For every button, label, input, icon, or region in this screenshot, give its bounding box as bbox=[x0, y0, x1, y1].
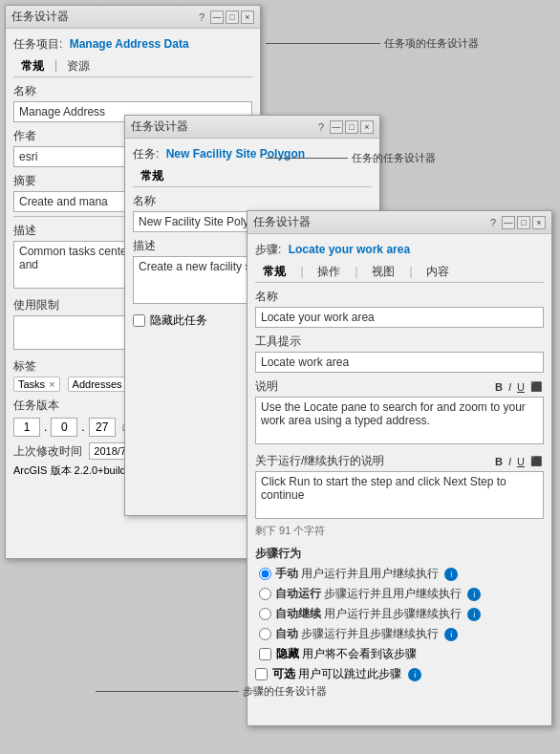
info-icon-auto[interactable]: i bbox=[444, 628, 458, 641]
radio-autocontinue-row: 自动继续 用户运行并且步骤继续执行 i bbox=[255, 606, 544, 622]
underline-btn-instructions[interactable]: U bbox=[515, 381, 527, 393]
optional-step-row-w3: 可选 用户可以跳过此步骤 i bbox=[255, 666, 544, 682]
annotation-line-w3 bbox=[96, 691, 239, 692]
optional-step-checkbox-w3[interactable] bbox=[255, 668, 268, 680]
window2-tabs: 常规 bbox=[133, 166, 372, 187]
version-patch[interactable]: 27 bbox=[89, 418, 116, 437]
radio-manual-row: 手动 用户运行并且用户继续执行 i bbox=[255, 566, 544, 582]
window1-titlebar: 任务设计器 ? — □ × bbox=[6, 6, 260, 29]
radio-autorun-row: 自动运行 步骤运行并且用户继续执行 i bbox=[255, 586, 544, 602]
version-major[interactable]: 1 bbox=[13, 418, 40, 437]
window1-task-item-label: 任务项目: Manage Address Data bbox=[13, 36, 252, 53]
optional-step-label-w3: 可选 用户可以跳过此步骤 bbox=[272, 666, 401, 682]
version-minor[interactable]: 0 bbox=[51, 418, 77, 437]
instructions-toolbar-w3: B I U ⬛ bbox=[493, 381, 544, 393]
window2-help-icon[interactable]: ? bbox=[318, 121, 324, 133]
tag-addresses-label: Addresses bbox=[73, 378, 122, 390]
window2-titlebar: 任务设计器 ? — □ × bbox=[125, 116, 379, 139]
hide-step-checkbox-w3[interactable] bbox=[259, 648, 271, 660]
link-btn-run[interactable]: ⬛ bbox=[528, 456, 544, 466]
task-item-key: 任务项目: bbox=[13, 37, 62, 51]
name-input-w3[interactable] bbox=[255, 307, 544, 328]
window3-close-btn[interactable]: × bbox=[532, 216, 546, 229]
task-key-w2: 任务: bbox=[133, 147, 159, 161]
radio-autorun-label: 自动运行 步骤运行并且用户继续执行 bbox=[275, 586, 462, 602]
step-designer-window: 任务设计器 ? — □ × 步骤: Locate your work area … bbox=[247, 210, 552, 726]
hide-step-label-w3: 隐藏 用户将不会看到该步骤 bbox=[276, 646, 417, 662]
window2-controls: ? — □ × bbox=[318, 120, 374, 134]
step-behavior-label-w3: 步骤行为 bbox=[255, 546, 544, 562]
modified-label-w1: 上次修改时间 bbox=[13, 444, 82, 458]
window1-maximize-btn[interactable]: □ bbox=[226, 11, 239, 24]
name-label-w3: 名称 bbox=[255, 289, 544, 305]
info-icon-autocontinue[interactable]: i bbox=[467, 608, 481, 621]
window3-minimize-btn[interactable]: — bbox=[502, 216, 515, 229]
radio-autocontinue[interactable] bbox=[259, 608, 271, 620]
tooltip-label-w3: 工具提示 bbox=[255, 334, 544, 350]
annotation-line-w2 bbox=[266, 158, 348, 159]
instructions-label-w3: 说明 bbox=[255, 378, 278, 395]
tab-content-w3[interactable]: 内容 bbox=[419, 262, 458, 282]
window3-maximize-btn[interactable]: □ bbox=[517, 216, 530, 229]
run-instructions-label-w3: 关于运行/继续执行的说明 bbox=[255, 453, 384, 469]
tag-tasks-label: Tasks bbox=[18, 378, 45, 390]
window3-title: 任务设计器 bbox=[253, 214, 311, 230]
italic-btn-run[interactable]: I bbox=[506, 456, 513, 467]
hide-task-checkbox-w2[interactable] bbox=[133, 314, 145, 327]
tag-tasks[interactable]: Tasks × bbox=[13, 377, 60, 392]
window1-controls: ? — □ × bbox=[199, 11, 254, 24]
window1-tabs: 常规 | 资源 bbox=[13, 56, 252, 77]
tag-tasks-remove[interactable]: × bbox=[49, 378, 54, 390]
window3-help-icon[interactable]: ? bbox=[490, 217, 496, 228]
annotation-line-w1 bbox=[266, 43, 380, 44]
window2-title: 任务设计器 bbox=[131, 118, 188, 135]
tab-general-w3[interactable]: 常规 bbox=[255, 262, 294, 282]
link-btn-instructions[interactable]: ⬛ bbox=[528, 381, 544, 392]
radio-auto-row: 自动 步骤运行并且步骤继续执行 i bbox=[255, 626, 544, 642]
radio-auto-label: 自动 步骤运行并且步骤继续执行 bbox=[275, 626, 439, 642]
window2-close-btn[interactable]: × bbox=[360, 120, 374, 134]
window1-close-btn[interactable]: × bbox=[241, 11, 254, 24]
window2-minimize-btn[interactable]: — bbox=[330, 120, 343, 134]
instructions-textarea-w3[interactable]: Use the Locate pane to search for and zo… bbox=[255, 397, 544, 444]
window1-help-icon[interactable]: ? bbox=[199, 11, 205, 23]
annotation-text-w1: 任务项的任务设计器 bbox=[384, 36, 479, 51]
italic-btn-instructions[interactable]: I bbox=[506, 381, 513, 393]
annotation-window2: 任务的任务设计器 bbox=[266, 151, 436, 165]
task-item-value: Manage Address Data bbox=[70, 37, 189, 51]
radio-autorun[interactable] bbox=[259, 588, 271, 600]
radio-manual[interactable] bbox=[259, 568, 271, 580]
tab-resource-w1[interactable]: 资源 bbox=[59, 56, 98, 76]
radio-auto[interactable] bbox=[259, 628, 271, 640]
window3-step-label: 步骤: Locate your work area bbox=[255, 242, 544, 258]
tab-action-w3[interactable]: 操作 bbox=[310, 262, 349, 282]
instructions-section-header-w3: 说明 B I U ⬛ bbox=[255, 378, 544, 395]
run-instructions-toolbar-w3: B I U ⬛ bbox=[493, 456, 544, 467]
run-instructions-section-header-w3: 关于运行/继续执行的说明 B I U ⬛ bbox=[255, 453, 544, 469]
radio-manual-label: 手动 用户运行并且用户继续执行 bbox=[275, 566, 439, 582]
annotation-window3: 步骤的任务设计器 bbox=[96, 684, 327, 699]
bold-btn-run[interactable]: B bbox=[493, 456, 505, 467]
chars-remaining-w3: 剩下 91 个字符 bbox=[255, 524, 544, 538]
window2-maximize-btn[interactable]: □ bbox=[345, 120, 358, 134]
tooltip-input-w3[interactable] bbox=[255, 352, 544, 373]
step-key-w3: 步骤: bbox=[255, 243, 281, 256]
hide-task-label-w2: 隐藏此任务 bbox=[150, 312, 207, 329]
run-instructions-textarea-w3[interactable]: Click Run to start the step and click Ne… bbox=[255, 471, 544, 519]
underline-btn-run[interactable]: U bbox=[515, 456, 527, 467]
window3-tabs: 常规 ｜ 操作 ｜ 视图 ｜ 内容 bbox=[255, 262, 544, 283]
bold-btn-instructions[interactable]: B bbox=[493, 381, 505, 393]
name-label-w1: 名称 bbox=[13, 83, 252, 99]
info-icon-optional[interactable]: i bbox=[408, 668, 421, 681]
annotation-window1: 任务项的任务设计器 bbox=[266, 36, 479, 51]
info-icon-manual[interactable]: i bbox=[444, 568, 458, 581]
window1-minimize-btn[interactable]: — bbox=[210, 11, 224, 24]
name-label-w2: 名称 bbox=[133, 193, 372, 209]
window3-titlebar: 任务设计器 ? — □ × bbox=[248, 211, 551, 234]
tab-view-w3[interactable]: 视图 bbox=[364, 262, 403, 282]
tab-general-w2[interactable]: 常规 bbox=[133, 166, 172, 186]
radio-autocontinue-label: 自动继续 用户运行并且步骤继续执行 bbox=[275, 606, 462, 622]
annotation-text-w2: 任务的任务设计器 bbox=[352, 151, 436, 165]
info-icon-autorun[interactable]: i bbox=[467, 588, 481, 601]
tab-general-w1[interactable]: 常规 bbox=[13, 56, 53, 76]
